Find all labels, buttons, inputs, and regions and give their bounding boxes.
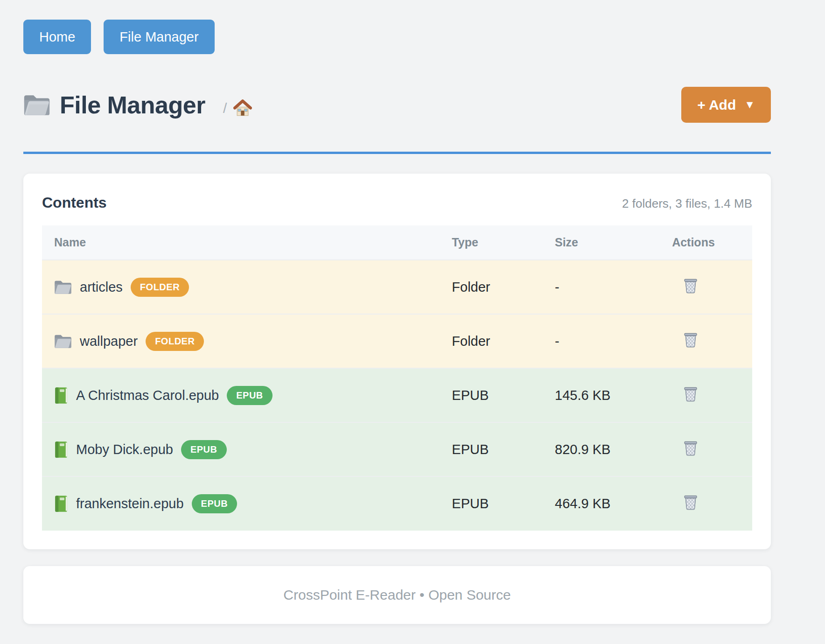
page-title: File Manager	[60, 91, 205, 119]
file-manager-page: Home File Manager File Manager /	[0, 0, 825, 644]
type-badge: FOLDER	[131, 278, 189, 297]
table-row: A Christmas Carol.epub EPUB EPUB 145.6 K…	[42, 368, 752, 422]
file-name[interactable]: frankenstein.epub	[76, 496, 184, 511]
contents-summary: 2 folders, 3 files, 1.4 MB	[622, 196, 752, 211]
file-size: -	[543, 314, 660, 368]
file-type: EPUB	[440, 476, 543, 531]
file-name[interactable]: wallpaper	[80, 334, 138, 349]
contents-card: Contents 2 folders, 3 files, 1.4 MB Name…	[23, 174, 771, 549]
table-row: wallpaper FOLDER Folder -	[42, 314, 752, 368]
file-manager-button[interactable]: File Manager	[104, 20, 214, 54]
page-header: File Manager / + Add ▼	[23, 87, 771, 123]
file-type: Folder	[440, 314, 543, 368]
folder-icon	[23, 94, 50, 116]
title-group: File Manager /	[23, 91, 252, 119]
book-icon	[54, 387, 68, 404]
add-button-label: + Add	[697, 97, 736, 113]
delete-button[interactable]	[682, 439, 699, 457]
folder-icon	[54, 280, 72, 294]
contents-heading: Contents	[42, 194, 107, 211]
footer-text: CrossPoint E-Reader • Open Source	[283, 587, 510, 603]
add-button[interactable]: + Add ▼	[681, 87, 771, 123]
file-type: Folder	[440, 260, 543, 314]
contents-table-head: Name Type Size Actions	[42, 225, 752, 260]
file-type: EPUB	[440, 368, 543, 422]
file-type: EPUB	[440, 422, 543, 476]
type-badge: EPUB	[192, 494, 238, 513]
chevron-down-icon: ▼	[744, 99, 755, 110]
file-size: 464.9 KB	[543, 476, 660, 531]
column-header-type: Type	[440, 225, 543, 260]
file-name[interactable]: A Christmas Carol.epub	[76, 388, 219, 403]
table-row: frankenstein.epub EPUB EPUB 464.9 KB	[42, 476, 752, 531]
delete-button[interactable]	[682, 277, 699, 294]
contents-card-header: Contents 2 folders, 3 files, 1.4 MB	[42, 194, 752, 211]
trash-icon	[682, 493, 699, 511]
trash-icon	[682, 385, 699, 403]
name-cell: frankenstein.epub EPUB	[54, 494, 440, 513]
house-icon[interactable]	[233, 99, 252, 118]
name-cell: Moby Dick.epub EPUB	[54, 440, 440, 459]
name-cell: A Christmas Carol.epub EPUB	[54, 386, 440, 405]
book-icon	[54, 441, 68, 458]
footer: CrossPoint E-Reader • Open Source	[23, 566, 771, 624]
column-header-actions: Actions	[660, 225, 752, 260]
breadcrumb: /	[223, 99, 252, 118]
name-cell: articles FOLDER	[54, 278, 440, 297]
table-row: Moby Dick.epub EPUB EPUB 820.9 KB	[42, 422, 752, 476]
delete-button[interactable]	[682, 331, 699, 349]
column-header-size: Size	[543, 225, 660, 260]
contents-table-body: articles FOLDER Folder -	[42, 260, 752, 531]
folder-icon	[54, 334, 72, 349]
file-size: 145.6 KB	[543, 368, 660, 422]
file-size: 820.9 KB	[543, 422, 660, 476]
file-size: -	[543, 260, 660, 314]
type-badge: EPUB	[181, 440, 227, 459]
delete-button[interactable]	[682, 385, 699, 403]
trash-icon	[682, 331, 699, 349]
table-row: articles FOLDER Folder -	[42, 260, 752, 314]
column-header-name: Name	[42, 225, 440, 260]
header-divider	[23, 152, 771, 154]
home-button[interactable]: Home	[23, 20, 91, 54]
breadcrumb-separator: /	[223, 100, 227, 116]
contents-table: Name Type Size Actions	[42, 225, 752, 531]
trash-icon	[682, 439, 699, 457]
delete-button[interactable]	[682, 493, 699, 511]
file-name[interactable]: articles	[80, 280, 123, 295]
book-icon	[54, 495, 68, 512]
trash-icon	[682, 277, 699, 294]
type-badge: EPUB	[227, 386, 273, 405]
type-badge: FOLDER	[146, 332, 204, 351]
file-name[interactable]: Moby Dick.epub	[76, 442, 173, 457]
top-nav: Home File Manager	[23, 20, 215, 54]
name-cell: wallpaper FOLDER	[54, 332, 440, 351]
